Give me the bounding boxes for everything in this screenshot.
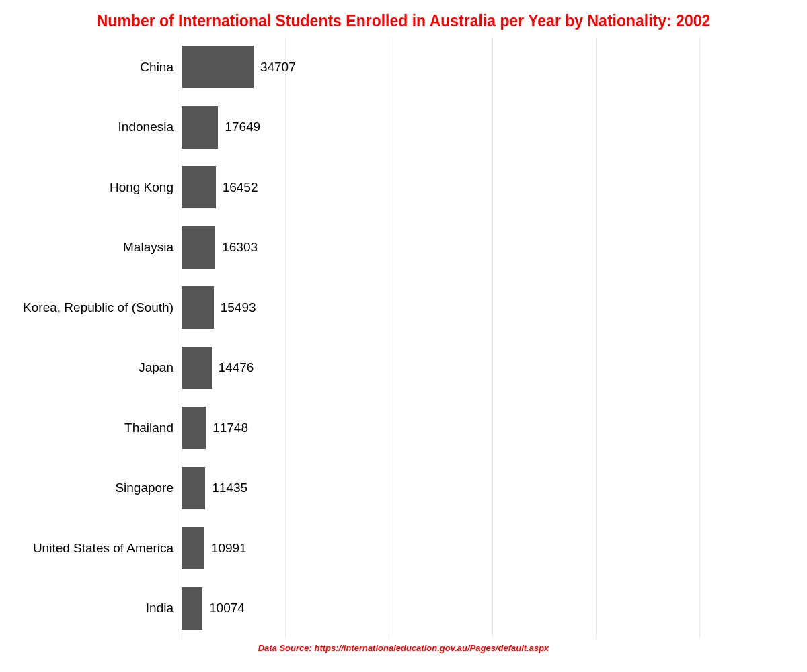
bar xyxy=(182,286,214,329)
category-label: Japan xyxy=(139,360,174,375)
bar-row: 11435 xyxy=(182,467,699,509)
category-label: United States of America xyxy=(33,541,174,556)
chart-container: Number of International Students Enrolle… xyxy=(0,0,807,672)
bar-row: 16303 xyxy=(182,226,699,269)
bar-value-label: 14476 xyxy=(219,360,254,375)
bar-value-label: 11435 xyxy=(212,480,247,495)
bar xyxy=(182,527,204,569)
bar-value-label: 17649 xyxy=(225,120,260,134)
bar-row: 34707 xyxy=(182,46,699,88)
category-label: Malaysia xyxy=(123,240,174,255)
plot-area: 3470717649164521630315493144761174811435… xyxy=(182,37,699,638)
category-label: Hong Kong xyxy=(110,180,174,195)
category-label: China xyxy=(140,60,174,75)
gridline xyxy=(699,37,700,638)
bar-value-label: 16303 xyxy=(222,240,258,255)
bar-row: 14476 xyxy=(182,347,699,389)
bar xyxy=(182,226,215,269)
bar xyxy=(182,407,206,449)
bar-row: 15493 xyxy=(182,286,699,329)
chart-title: Number of International Students Enrolle… xyxy=(0,12,807,30)
bar-value-label: 10074 xyxy=(209,601,245,616)
bar-row: 17649 xyxy=(182,106,699,149)
bar-value-label: 15493 xyxy=(221,300,256,315)
category-label: Indonesia xyxy=(118,120,174,134)
bar-row: 10074 xyxy=(182,587,699,630)
bar-value-label: 10991 xyxy=(211,541,247,556)
category-label: Korea, Republic of (South) xyxy=(23,300,174,315)
bar-value-label: 11748 xyxy=(213,421,248,435)
bar xyxy=(182,587,202,630)
category-label: Thailand xyxy=(124,421,174,435)
bar xyxy=(182,46,254,88)
bar-row: 10991 xyxy=(182,527,699,569)
data-source-note: Data Source: https://internationaleducat… xyxy=(0,643,807,653)
bar-value-label: 34707 xyxy=(260,60,296,75)
bar xyxy=(182,106,218,149)
bar xyxy=(182,467,205,509)
bar xyxy=(182,166,216,208)
category-label: Singapore xyxy=(115,480,174,495)
bar-row: 11748 xyxy=(182,407,699,449)
bar-value-label: 16452 xyxy=(223,180,258,195)
category-label: India xyxy=(146,601,174,616)
bar-row: 16452 xyxy=(182,166,699,208)
bar xyxy=(182,347,212,389)
